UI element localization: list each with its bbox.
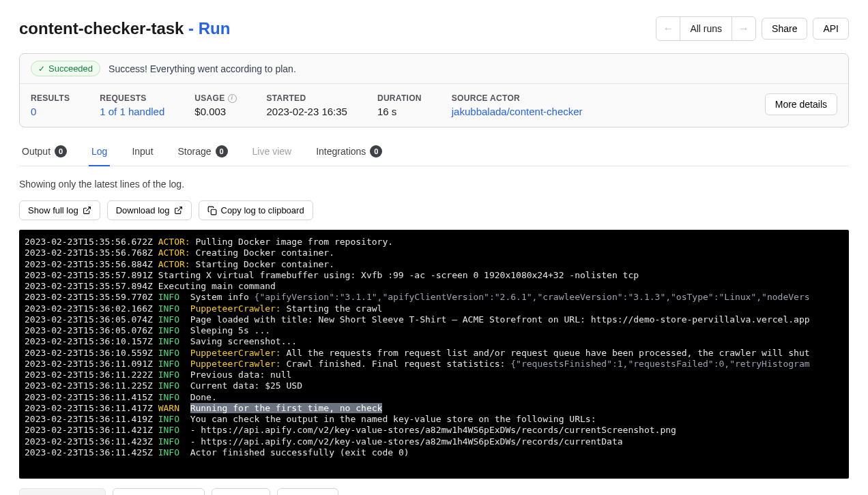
svg-line-1 bbox=[177, 207, 182, 211]
all-runs-button[interactable]: All runs bbox=[680, 17, 732, 40]
info-icon[interactable] bbox=[228, 94, 237, 103]
copy-icon bbox=[207, 206, 217, 215]
button-label: Download log bbox=[116, 205, 170, 215]
more-details-wrap: More details bbox=[765, 93, 837, 115]
stat-requests: REQUESTS 1 of 1 handled bbox=[100, 93, 164, 117]
stat-value[interactable]: 1 of 1 handled bbox=[100, 106, 164, 117]
page-title: content-checker-task - Run bbox=[19, 19, 230, 38]
tab-label: Integrations bbox=[316, 146, 366, 157]
stat-label: DURATION bbox=[377, 93, 422, 103]
next-run-button[interactable]: → bbox=[732, 17, 755, 40]
tab-storage[interactable]: Storage 0 bbox=[175, 138, 231, 166]
button-label: Copy log to clipboard bbox=[221, 205, 304, 215]
status-badge: ✓ Succeeded bbox=[31, 61, 100, 76]
header-actions: ← All runs → Share API bbox=[656, 16, 849, 41]
stat-started: STARTED 2023-02-23 16:35 bbox=[267, 93, 347, 117]
arrow-right-icon: → bbox=[738, 22, 749, 35]
status-badge-label: Succeeded bbox=[48, 63, 93, 74]
prev-run-button[interactable]: ← bbox=[656, 17, 680, 40]
tab-live-view[interactable]: Live view bbox=[250, 138, 295, 166]
tab-input[interactable]: Input bbox=[129, 138, 156, 166]
tab-label: Live view bbox=[252, 146, 292, 157]
tab-label: Storage bbox=[178, 146, 212, 157]
tab-label: Output bbox=[22, 146, 50, 157]
log-output[interactable]: 2023-02-23T15:35:56.672Z ACTOR: Pulling … bbox=[19, 230, 849, 479]
api-button[interactable]: API bbox=[813, 18, 849, 40]
title-prefix: content-checker-task bbox=[19, 19, 184, 38]
stat-label: RESULTS bbox=[31, 93, 70, 103]
external-link-icon bbox=[174, 206, 183, 215]
stat-value: 2023-02-23 16:35 bbox=[267, 106, 347, 117]
button-label: Show full log bbox=[28, 205, 78, 215]
share-button[interactable]: Share bbox=[762, 18, 807, 40]
external-link-icon bbox=[83, 206, 91, 215]
run-summary-panel: ✓ Succeeded Success! Everything went acc… bbox=[19, 53, 849, 127]
tab-badge: 0 bbox=[216, 145, 228, 158]
tab-label: Log bbox=[91, 146, 107, 157]
tab-log[interactable]: Log bbox=[89, 138, 110, 166]
stat-duration: DURATION 16 s bbox=[377, 93, 422, 117]
resurrect-button[interactable]: Resurrect bbox=[277, 488, 339, 495]
stats-row: RESULTS 0 REQUESTS 1 of 1 handled USAGE … bbox=[20, 84, 848, 127]
tabs: Output 0 Log Input Storage 0 Live view I… bbox=[19, 138, 849, 166]
download-log-button[interactable]: Download log bbox=[107, 200, 192, 220]
check-icon: ✓ bbox=[38, 64, 45, 74]
tab-label: Input bbox=[132, 146, 153, 157]
stat-results: RESULTS 0 bbox=[31, 93, 70, 117]
integrate-button[interactable]: Integrate bbox=[212, 488, 270, 495]
status-message: Success! Everything went according to pl… bbox=[108, 63, 296, 74]
stat-label: STARTED bbox=[267, 93, 347, 103]
footer-actions: Export 0 results Go to saved task Integr… bbox=[19, 488, 849, 495]
title-suffix: - Run bbox=[184, 19, 230, 38]
arrow-left-icon: ← bbox=[663, 22, 674, 35]
stat-value[interactable]: 0 bbox=[31, 106, 70, 117]
show-full-log-button[interactable]: Show full log bbox=[19, 200, 100, 220]
tab-badge: 0 bbox=[55, 145, 67, 158]
tab-integrations[interactable]: Integrations 0 bbox=[313, 138, 385, 166]
run-nav-group: ← All runs → bbox=[656, 16, 756, 41]
tab-badge: 0 bbox=[370, 145, 382, 158]
log-note: Showing only the latest lines of the log… bbox=[19, 179, 849, 190]
tab-output[interactable]: Output 0 bbox=[19, 138, 70, 166]
svg-rect-2 bbox=[211, 209, 216, 215]
stat-source-actor: SOURCE ACTOR jakubbalada/content-checker bbox=[452, 93, 583, 117]
source-actor-link[interactable]: jakubbalada/content-checker bbox=[452, 106, 583, 117]
stat-label: SOURCE ACTOR bbox=[452, 93, 583, 103]
copy-log-button[interactable]: Copy log to clipboard bbox=[199, 200, 313, 220]
stat-value: 16 s bbox=[377, 106, 422, 117]
stat-value: $0.003 bbox=[194, 106, 236, 117]
svg-line-0 bbox=[86, 207, 90, 211]
status-row: ✓ Succeeded Success! Everything went acc… bbox=[20, 54, 848, 84]
export-results-button: Export 0 results bbox=[19, 488, 106, 495]
more-details-button[interactable]: More details bbox=[765, 93, 837, 115]
stat-usage: USAGE $0.003 bbox=[194, 93, 236, 117]
log-actions: Show full log Download log Copy log to c… bbox=[19, 200, 849, 220]
go-to-saved-task-button[interactable]: Go to saved task bbox=[113, 488, 205, 495]
stat-label: USAGE bbox=[194, 93, 236, 103]
stat-label: REQUESTS bbox=[100, 93, 164, 103]
